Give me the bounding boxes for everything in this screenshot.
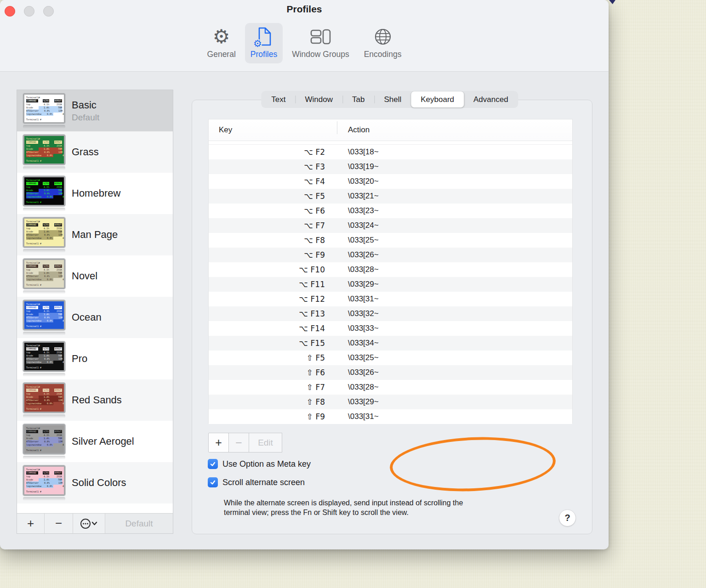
key-binding-row[interactable]: ⌥ F3 \033[19~ — [209, 159, 572, 174]
remove-key-button[interactable]: − — [228, 433, 249, 452]
column-header-key[interactable]: Key — [209, 125, 337, 135]
profile-row-solid-colors[interactable]: Terminal1# COMMAND%CPURPRVT top4.1%231K … — [17, 462, 173, 503]
profile-default-badge: Default — [72, 113, 99, 123]
tab-text[interactable]: Text — [262, 91, 295, 107]
profile-row-man-page[interactable]: Terminal1# COMMAND%CPURPRVT top4.1%231K … — [17, 214, 173, 255]
profile-row-pro[interactable]: Terminal1# COMMAND%CPURPRVT top4.1%231K … — [17, 338, 173, 379]
default-button[interactable]: Default — [105, 514, 173, 533]
profile-thumbnail: Terminal1# COMMAND%CPURPRVT top4.1%231K … — [23, 300, 65, 335]
add-profile-button[interactable]: + — [17, 514, 45, 533]
key-cell: ⌥ F13 — [299, 309, 337, 318]
document-gear-icon: ⚙ — [256, 26, 272, 47]
action-cell: \033[33~ — [337, 324, 572, 333]
use-option-as-meta-checkbox[interactable]: Use Option as Meta key — [208, 459, 311, 469]
profile-thumbnail: Terminal1# COMMAND%CPURPRVT top4.1%231K … — [23, 424, 65, 459]
key-binding-row[interactable]: ⌥ F6 \033[23~ — [209, 204, 572, 218]
toolbar-button-encodings[interactable]: Encodings — [359, 23, 407, 63]
key-cell: ⌥ F2 — [304, 147, 337, 157]
remove-profile-button[interactable]: − — [45, 514, 73, 533]
window-groups-icon — [310, 26, 331, 47]
terminal-preferences-window: Profiles ⚙ General ⚙ Profiles — [0, 0, 609, 549]
help-button[interactable]: ? — [559, 509, 576, 526]
toolbar-label: Window Groups — [292, 50, 349, 59]
profile-thumbnail: Terminal1# COMMAND%CPURPRVT top4.1%231K … — [23, 176, 65, 211]
profile-name: Silver Aerogel — [72, 435, 134, 447]
tab-label: Shell — [384, 95, 401, 104]
action-cell: \033[20~ — [337, 177, 572, 186]
action-cell: \033[23~ — [337, 206, 572, 215]
toolbar-button-window-groups[interactable]: Window Groups — [286, 23, 355, 63]
action-cell: \033[25~ — [337, 353, 572, 362]
key-binding-row[interactable]: ⌥ F2 \033[18~ — [209, 145, 572, 159]
tab-label: Advanced — [473, 95, 508, 104]
globe-icon — [373, 26, 393, 47]
column-header-action[interactable]: Action — [337, 125, 572, 135]
key-cell: ⇧ F9 — [307, 412, 337, 421]
scroll-alternate-screen-checkbox[interactable]: Scroll alternate screen — [208, 477, 305, 487]
profile-name: Homebrew — [72, 187, 120, 199]
key-bindings-table: Key Action ⌥ F2 \033[18~ ⌥ F3 \033[19~ ⌥… — [208, 119, 573, 424]
profile-name: Grass — [72, 146, 99, 158]
key-cell: ⌥ F14 — [299, 324, 337, 333]
key-binding-row[interactable]: ⌥ F14 \033[33~ — [209, 321, 572, 336]
profile-thumbnail: Terminal1# COMMAND%CPURPRVT top4.1%231K … — [23, 465, 65, 501]
key-binding-row[interactable]: ⇧ F9 \033[31~ — [209, 409, 572, 424]
profile-thumbnail: Terminal1# COMMAND%CPURPRVT top4.1%231K … — [23, 217, 65, 253]
edit-key-button[interactable]: Edit — [249, 433, 282, 452]
toolbar-button-profiles[interactable]: ⚙ Profiles — [245, 23, 283, 63]
key-cell: ⌥ F12 — [299, 294, 337, 304]
profile-row-grass[interactable]: Terminal1# COMMAND%CPURPRVT top4.1%231K … — [17, 131, 173, 173]
toolbar-label: General — [207, 50, 236, 59]
profile-row-silver-aerogel[interactable]: Terminal1# COMMAND%CPURPRVT top4.1%231K … — [17, 421, 173, 462]
profile-row-homebrew[interactable]: Terminal1# COMMAND%CPURPRVT top4.1%231K … — [17, 173, 173, 214]
profile-row-basic[interactable]: Terminal1# COMMAND%CPURPRVT top4.1%231K … — [17, 90, 173, 131]
table-body: ⌥ F2 \033[18~ ⌥ F3 \033[19~ ⌥ F4 \033[20… — [209, 145, 572, 424]
profile-name: Man Page — [72, 229, 118, 241]
key-cell: ⌥ F10 — [299, 265, 337, 274]
tab-label: Window — [305, 95, 333, 104]
profile-thumbnail: Terminal1# COMMAND%CPURPRVT top4.1%231K … — [23, 341, 65, 377]
key-binding-row[interactable]: ⌥ F13 \033[32~ — [209, 306, 572, 321]
key-cell: ⌥ F8 — [304, 236, 337, 245]
key-binding-row[interactable]: ⇧ F5 \033[25~ — [209, 351, 572, 365]
key-binding-row[interactable]: ⇧ F6 \033[26~ — [209, 365, 572, 380]
tab-shell[interactable]: Shell — [374, 91, 411, 107]
tab-label: Tab — [352, 95, 364, 104]
profile-row-ocean[interactable]: Terminal1# COMMAND%CPURPRVT top4.1%231K … — [17, 297, 173, 338]
profile-thumbnail: Terminal1# COMMAND%CPURPRVT top4.1%231K … — [23, 93, 65, 129]
action-cell: \033[34~ — [337, 339, 572, 348]
profile-actions-menu-button[interactable] — [73, 514, 105, 533]
profile-row-novel[interactable]: Terminal1# COMMAND%CPURPRVT top4.1%231K … — [17, 255, 173, 297]
key-cell: ⇧ F5 — [307, 353, 337, 362]
checkbox-checked-icon — [208, 459, 218, 469]
tab-label: Keyboard — [421, 95, 454, 104]
table-header: Key Action — [209, 119, 572, 141]
toolbar-button-general[interactable]: ⚙ General — [202, 23, 241, 63]
table-edit-buttons: + − Edit — [208, 433, 282, 452]
key-binding-row[interactable]: ⌥ F11 \033[29~ — [209, 277, 572, 292]
key-binding-row[interactable]: ⌥ F9 \033[26~ — [209, 248, 572, 262]
key-binding-row[interactable]: ⌥ F5 \033[21~ — [209, 189, 572, 204]
tab-tab[interactable]: Tab — [342, 91, 374, 107]
key-binding-row[interactable]: ⌥ F10 \033[28~ — [209, 262, 572, 277]
key-binding-row[interactable]: ⌥ F8 \033[25~ — [209, 233, 572, 248]
key-cell: ⇧ F8 — [307, 397, 337, 407]
tab-window[interactable]: Window — [296, 91, 342, 107]
key-binding-row[interactable]: ⇧ F8 \033[29~ — [209, 395, 572, 409]
key-binding-row[interactable]: ⌥ F4 \033[20~ — [209, 174, 572, 189]
key-binding-row[interactable]: ⇧ F7 \033[28~ — [209, 380, 572, 395]
checkbox-checked-icon — [208, 477, 218, 487]
key-binding-row[interactable]: ⌥ F7 \033[24~ — [209, 218, 572, 233]
profile-row-red-sands[interactable]: Terminal1# COMMAND%CPURPRVT top4.1%231K … — [17, 379, 173, 421]
action-cell: \033[21~ — [337, 192, 572, 201]
key-binding-row[interactable]: ⌥ F15 \033[34~ — [209, 336, 572, 351]
gear-icon: ⚙ — [213, 26, 230, 47]
key-cell: ⌥ F6 — [304, 206, 337, 215]
add-key-button[interactable]: + — [208, 433, 229, 452]
action-cell: \033[28~ — [337, 265, 572, 274]
tab-advanced[interactable]: Advanced — [464, 91, 518, 107]
tab-keyboard[interactable]: Keyboard — [411, 91, 464, 107]
key-binding-row[interactable]: ⌥ F12 \033[31~ — [209, 292, 572, 306]
key-cell: ⌥ F5 — [304, 192, 337, 201]
key-cell: ⇧ F6 — [307, 368, 337, 377]
